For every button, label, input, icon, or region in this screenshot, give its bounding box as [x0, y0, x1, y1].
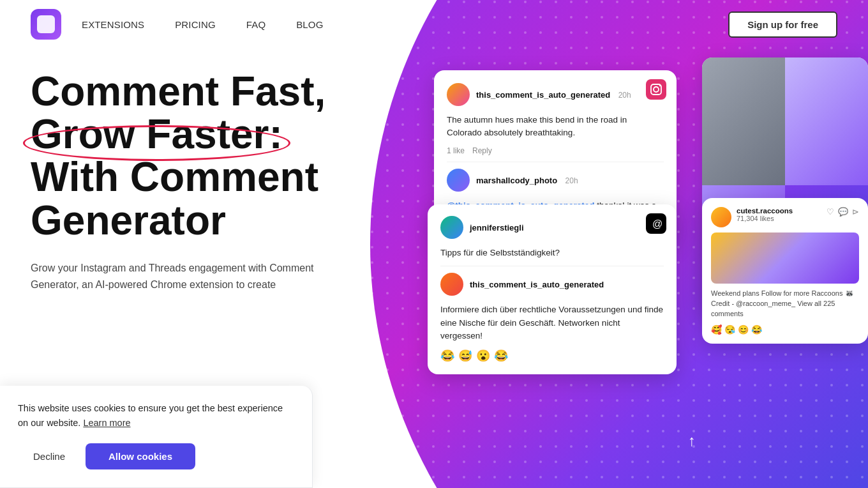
raccoon-username: cutest.raccoons [737, 207, 793, 215]
cards-area: this_comment_is_auto_generated 20h The a… [421, 45, 868, 488]
time-1: 20h [618, 91, 631, 100]
instagram-icon [646, 79, 666, 100]
nav-faq[interactable]: FAQ [246, 19, 266, 30]
hero-subtitle: Grow your Instagram and Threads engageme… [31, 260, 340, 294]
svg-point-5 [659, 85, 661, 86]
cookie-learn-more-link[interactable]: Learn more [83, 418, 130, 428]
nav-extensions[interactable]: EXTENSIONS [82, 19, 144, 30]
photo-2 [785, 57, 868, 185]
threads-avatar-1 [440, 216, 463, 239]
title-line-2: Grow Faster: [31, 113, 283, 156]
cookie-banner: This website uses cookies to ensure you … [0, 386, 313, 488]
raccoon-emoji-row: 🥰 😪 😊 😂 [711, 324, 859, 335]
hero-title: Comment Fast, Grow Faster: With Comment … [31, 70, 340, 242]
comment-actions-1: 1 like Reply [447, 146, 664, 155]
comment-1-header: this_comment_is_auto_generated 20h [447, 83, 664, 106]
card-divider [447, 162, 664, 162]
raccoon-likes: 71,304 likes [737, 215, 793, 222]
nav-links: EXTENSIONS PRICING FAQ BLOG [82, 19, 728, 30]
threads-username-1: jenniferstiegli [470, 223, 524, 233]
nav-pricing[interactable]: PRICING [175, 19, 216, 30]
threads-text-2: Informiere dich über rechtliche Vorausse… [440, 303, 664, 342]
threads-text-1: Tipps für die Selbstständigkeit? [440, 247, 664, 259]
username-1: this_comment_is_auto_generated [476, 90, 610, 100]
cookie-text: This website uses cookies to ensure you … [18, 401, 294, 431]
nav-blog[interactable]: BLOG [296, 19, 323, 30]
allow-cookies-button[interactable]: Allow cookies [86, 443, 195, 469]
raccoon-card: cutest.raccoons 71,304 likes ♡ 💬 ⊳ Weeke… [702, 198, 868, 344]
raccoon-photo [711, 233, 859, 284]
avatar-1 [447, 83, 470, 106]
threads-comment-1-header: jenniferstiegli [440, 216, 664, 239]
avatar-2 [447, 169, 470, 192]
signup-button[interactable]: Sign up for free [728, 11, 837, 38]
photo-1 [702, 57, 785, 185]
reply-1[interactable]: Reply [472, 146, 492, 155]
title-line-1: Comment Fast, [31, 68, 326, 114]
logo[interactable] [31, 9, 61, 40]
threads-card: @ jenniferstiegli Tipps für die Selbstst… [428, 204, 677, 374]
svg-rect-2 [646, 79, 666, 100]
time-2: 20h [565, 176, 578, 185]
cookie-buttons: Decline Allow cookies [18, 443, 294, 469]
raccoon-header: cutest.raccoons 71,304 likes ♡ 💬 ⊳ [711, 207, 859, 227]
title-line-3: With Comment [31, 154, 318, 200]
username-2: marshallcody_photo [476, 176, 557, 185]
raccoon-card-actions: ♡ 💬 ⊳ [827, 207, 859, 217]
threads-avatar-2 [440, 273, 463, 296]
decline-button[interactable]: Decline [18, 443, 80, 469]
up-arrow-icon: ↑ [688, 432, 696, 450]
threads-username-2: this_comment_is_auto_generated [470, 280, 604, 289]
threads-comment-2-header: this_comment_is_auto_generated [440, 273, 664, 296]
threads-emoji-row: 😂 😅 😮 😂 [440, 349, 664, 363]
comment-text-1: The autumn hues make this bend in the ro… [447, 114, 664, 140]
comment-2-header: marshallcody_photo 20h [447, 169, 664, 192]
likes-1: 1 like [447, 146, 465, 155]
svg-text:@: @ [652, 218, 662, 229]
threads-icon: @ [646, 213, 666, 234]
title-line-4: Generator [31, 197, 226, 243]
threads-divider [440, 266, 664, 266]
navigation: EXTENSIONS PRICING FAQ BLOG Sign up for … [0, 0, 868, 49]
raccoon-text: Weekend plans Follow for more Raccoons 🦝… [711, 289, 859, 319]
raccoon-avatar [711, 207, 731, 227]
